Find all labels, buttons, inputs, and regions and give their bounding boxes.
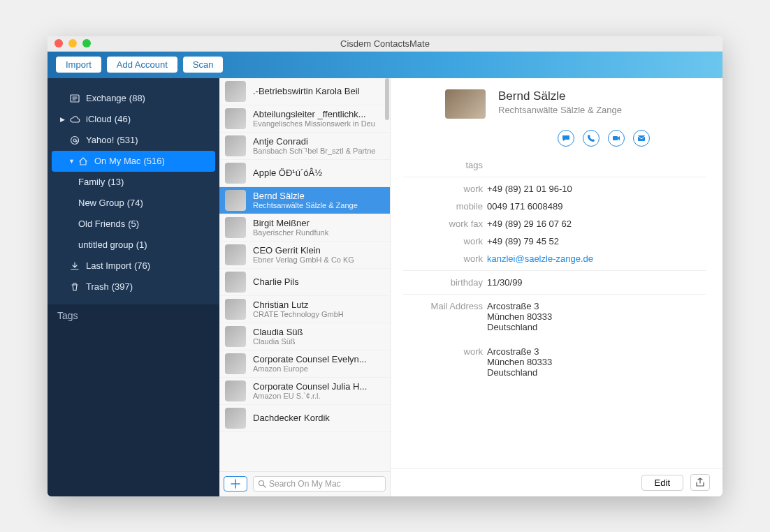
message-icon <box>562 134 570 142</box>
contact-row-name: Charlie Pils <box>253 276 384 287</box>
plus-icon <box>231 479 240 489</box>
sidebar-item-label: On My Mac <box>94 156 140 166</box>
svg-point-3 <box>259 481 264 486</box>
contact-row[interactable]: Bernd SälzleRechtsanwälte Sälzle & Zange <box>219 187 390 214</box>
avatar <box>225 217 246 238</box>
contact-row[interactable]: Apple ÖÐ¹ú´óÂ½ <box>219 160 390 187</box>
cloud-icon <box>68 114 81 124</box>
sidebar-item-exchange[interactable]: Exchange (88) <box>48 88 219 109</box>
sidebar-item-count: (74) <box>127 198 143 208</box>
sidebar-item-yahoo-[interactable]: Yahoo! (531) <box>48 130 219 151</box>
contact-row[interactable]: Antje ConradiBansbach Sch¨¹bel Br_sztl &… <box>219 133 390 160</box>
add-contact-button[interactable] <box>224 476 247 492</box>
search-input[interactable]: Search On My Mac <box>253 476 386 492</box>
field-label: Mail Address <box>403 301 487 332</box>
contact-row-name: Claudia Süß <box>253 327 384 337</box>
home-icon <box>77 156 89 166</box>
add-account-button[interactable]: Add Account <box>107 57 177 73</box>
contact-row-name: Christian Lutz <box>253 300 384 310</box>
contact-list: .-Betriebswirtin Karola BeilAbteilungsle… <box>219 78 390 471</box>
contact-avatar <box>445 89 486 119</box>
contact-row[interactable]: Corporate Counsel Evelyn...Amazon Europe <box>219 350 390 378</box>
contact-row[interactable]: Christian LutzCRATE Technology GmbH <box>219 296 390 323</box>
search-placeholder: Search On My Mac <box>269 479 341 489</box>
field-label: mobile <box>403 201 487 212</box>
sidebar-item-last-import[interactable]: Last Import (76) <box>48 256 219 276</box>
field-label: work <box>403 253 487 264</box>
detail-field-row: tags <box>403 156 706 174</box>
scrollbar[interactable] <box>385 78 389 120</box>
at-icon <box>68 135 81 145</box>
avatar <box>225 353 246 374</box>
field-value: 11/30/99 <box>487 277 706 288</box>
edit-button[interactable]: Edit <box>641 475 683 491</box>
sidebar-item-on-my-mac[interactable]: ▼On My Mac (516) <box>52 151 215 172</box>
contact-row-subtitle: Evangelisches Missionswerk in Deu <box>253 119 384 128</box>
window-title: Cisdem ContactsMate <box>48 38 722 49</box>
field-value[interactable]: kanzlei@saelzle-zange.de <box>487 253 706 264</box>
sidebar-item-label: New Group <box>78 198 124 208</box>
avatar <box>225 81 246 102</box>
sidebar-item-count: (46) <box>115 114 131 124</box>
contact-row-name: CEO Gerrit Klein <box>253 245 384 256</box>
sidebar-item-label: iCloud <box>86 114 112 124</box>
avatar <box>225 272 246 293</box>
sidebar-item-label: Trash <box>86 281 109 292</box>
sidebar-item-family[interactable]: Family (13) <box>48 172 219 193</box>
email-action-button[interactable] <box>633 130 650 147</box>
contact-row[interactable]: Charlie Pils <box>219 269 390 296</box>
sidebar-item-count: (516) <box>143 156 164 166</box>
share-icon <box>695 478 705 487</box>
contact-row-name: Corporate Counsel Julia H... <box>253 381 384 392</box>
sidebar-item-icloud[interactable]: ▶iCloud (46) <box>48 109 219 130</box>
contact-organization: Rechtsanwälte Sälzle & Zange <box>498 105 622 115</box>
call-action-button[interactable] <box>583 130 600 147</box>
scan-button[interactable]: Scan <box>183 57 224 73</box>
sidebar-item-count: (5) <box>128 219 139 229</box>
svg-rect-6 <box>638 135 645 141</box>
contact-row-name: Corporate Counsel Evelyn... <box>253 354 384 364</box>
field-label: work fax <box>403 219 487 229</box>
field-value: Arcostraße 3München 80333Deutschland <box>487 346 706 378</box>
detail-field-row: workArcostraße 3München 80333Deutschland <box>403 343 706 381</box>
contact-row[interactable]: .-Betriebswirtin Karola Beil <box>219 78 390 105</box>
contact-row-name: Dachdecker Kordik <box>253 413 384 423</box>
contact-row-name: Antje Conradi <box>253 136 384 147</box>
toolbar: Import Add Account Scan <box>48 52 722 78</box>
detail-field-row: birthday11/30/99 <box>403 274 706 291</box>
contact-row[interactable]: Abteilungsleiter _ffentlichk...Evangelis… <box>219 105 390 133</box>
avatar <box>225 190 246 211</box>
sidebar-item-untitled-group[interactable]: untitled group (1) <box>48 235 219 256</box>
import-button[interactable]: Import <box>56 57 101 73</box>
contact-row[interactable]: Corporate Counsel Julia H...Amazon EU S.… <box>219 378 390 405</box>
sidebar-item-label: Family <box>78 177 105 187</box>
contact-row-name: Birgit Meißner <box>253 218 384 228</box>
avatar <box>225 408 246 429</box>
disclosure-arrow-icon: ▼ <box>68 158 75 165</box>
contact-row[interactable]: CEO Gerrit KleinEbner Verlag GmbH & Co K… <box>219 242 390 269</box>
avatar <box>225 299 246 320</box>
field-value: +49 (89) 29 16 07 62 <box>487 219 706 229</box>
contact-row[interactable]: Claudia SüßClaudia Süß <box>219 323 390 350</box>
contact-row-subtitle: Amazon EU S.`¢.r.l. <box>253 392 384 400</box>
field-label: work <box>403 184 487 194</box>
message-action-button[interactable] <box>558 130 574 147</box>
avatar <box>225 108 246 129</box>
field-value: 0049 171 6008489 <box>487 201 706 212</box>
sidebar-item-new-group[interactable]: New Group (74) <box>48 193 219 214</box>
video-icon <box>612 134 620 142</box>
avatar <box>225 163 246 184</box>
sidebar-item-old-friends[interactable]: Old Friends (5) <box>48 214 219 235</box>
search-icon <box>258 480 266 488</box>
contact-row-subtitle: Ebner Verlag GmbH & Co KG <box>253 256 384 264</box>
contact-list-panel: .-Betriebswirtin Karola BeilAbteilungsle… <box>219 78 391 496</box>
field-label: tags <box>403 160 487 170</box>
field-value <box>487 160 706 170</box>
sidebar-item-count: (1) <box>136 239 147 250</box>
tags-section-header: Tags <box>48 304 219 496</box>
contact-row[interactable]: Dachdecker Kordik <box>219 405 390 432</box>
contact-row[interactable]: Birgit MeißnerBayerischer Rundfunk <box>219 214 390 242</box>
share-button[interactable] <box>690 474 710 491</box>
video-action-button[interactable] <box>608 130 625 147</box>
sidebar-item-trash[interactable]: Trash (397) <box>48 276 219 297</box>
